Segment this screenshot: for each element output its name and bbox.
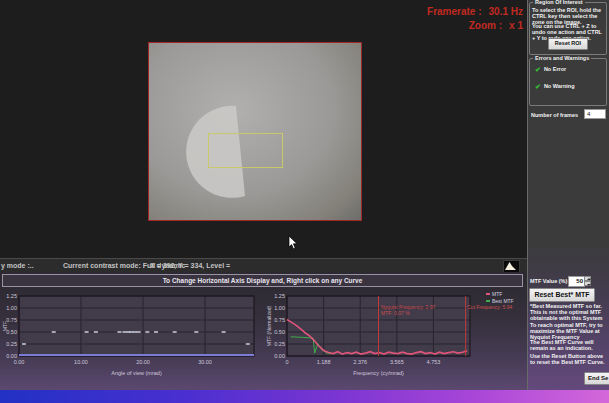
fov-mtf-chart[interactable]: 0.000.250.500.751.001.250.0010.0020.0030… bbox=[0, 285, 264, 390]
mtf-value-label: MTF Value (%) bbox=[530, 278, 567, 284]
no-error-label: No Error bbox=[544, 66, 566, 72]
app-window: Framerate :30.1 Hz Zoom :x 1 y mode :.. … bbox=[0, 0, 609, 403]
mtf-value-stepper[interactable] bbox=[584, 276, 591, 287]
best-mtf-note-1: *Best Measured MTF so far. This is not t… bbox=[530, 303, 608, 321]
camera-readout: Framerate :30.1 Hz Zoom :x 1 bbox=[320, 5, 523, 33]
stepper-down-icon[interactable] bbox=[584, 281, 591, 286]
roi-group: Region Of Interest To select the ROI, ho… bbox=[529, 2, 607, 55]
svg-text:1.00: 1.00 bbox=[274, 305, 285, 311]
cursor-coords-text: X = 392, Y = 334, Level = bbox=[150, 262, 230, 269]
mouse-cursor bbox=[288, 235, 299, 251]
check-icon: ✔ bbox=[535, 83, 541, 90]
no-warning-row: ✔No Warning bbox=[535, 83, 575, 91]
zoom-readout: Zoom :x 1 bbox=[320, 19, 523, 33]
status-bar: y mode :.. Current contrast mode: Full d… bbox=[0, 258, 527, 273]
number-of-frames-input[interactable] bbox=[584, 109, 606, 119]
svg-text:0.00: 0.00 bbox=[274, 353, 285, 359]
svg-text:MTF: MTF bbox=[492, 291, 502, 297]
svg-text:0.25: 0.25 bbox=[6, 341, 17, 347]
errors-warnings-group: Errors and Warnings ✔No Error ✔No Warnin… bbox=[529, 58, 607, 106]
half-disc-target bbox=[149, 43, 361, 220]
best-mtf-note-4: Use the Reset Button above to reset the … bbox=[530, 353, 608, 365]
svg-text:0.00: 0.00 bbox=[14, 359, 25, 365]
zoom-value: x 1 bbox=[509, 19, 523, 33]
framerate-readout: Framerate :30.1 Hz bbox=[320, 5, 523, 19]
svg-text:1.25: 1.25 bbox=[6, 293, 17, 299]
svg-text:1.188: 1.188 bbox=[317, 359, 331, 365]
svg-text:10.00: 10.00 bbox=[74, 359, 88, 365]
svg-text:2.376: 2.376 bbox=[353, 359, 367, 365]
check-icon: ✔ bbox=[535, 66, 541, 73]
display-mode-text: y mode :.. bbox=[1, 262, 34, 269]
svg-text:3.565: 3.565 bbox=[390, 359, 404, 365]
control-panel: Region Of Interest To select the ROI, ho… bbox=[527, 0, 609, 390]
svg-text:MTF: MTF bbox=[2, 321, 8, 331]
roi-group-title: Region Of Interest bbox=[533, 0, 585, 5]
svg-text:Angle of view (mrad): Angle of view (mrad) bbox=[111, 370, 162, 376]
svg-text:0: 0 bbox=[285, 359, 288, 365]
svg-text:MTF: 0.07 %: MTF: 0.07 % bbox=[381, 310, 410, 316]
reset-best-mtf-button[interactable]: Reset Best* MTF bbox=[529, 288, 595, 302]
svg-text:4.753: 4.753 bbox=[427, 359, 441, 365]
svg-text:Cut Frequency: 5.94: Cut Frequency: 5.94 bbox=[467, 304, 513, 310]
best-mtf-note-2: To reach optimal MTF, try to maximize th… bbox=[530, 322, 608, 340]
frequency-mtf-chart[interactable]: 0.000.250.500.751.001.2501.1882.3763.565… bbox=[264, 285, 527, 390]
svg-text:Frequency (cy/mrad): Frequency (cy/mrad) bbox=[353, 370, 404, 376]
taskbar-gradient bbox=[0, 390, 609, 403]
camera-image[interactable] bbox=[148, 42, 362, 221]
svg-text:30.00: 30.00 bbox=[198, 359, 212, 365]
no-warning-label: No Warning bbox=[544, 83, 575, 89]
mtf-value-input[interactable]: 50 bbox=[568, 276, 585, 287]
svg-text:Best MTF: Best MTF bbox=[492, 298, 514, 304]
svg-text:MTF (Normalized): MTF (Normalized) bbox=[266, 306, 272, 347]
number-of-frames-label: Number of frames bbox=[531, 112, 578, 118]
svg-text:1.25: 1.25 bbox=[274, 293, 285, 299]
charts-section: To Change Horizontal Axis Display and, R… bbox=[0, 272, 527, 390]
framerate-value: 30.1 Hz bbox=[489, 5, 523, 19]
reset-roi-button[interactable]: Reset ROI bbox=[548, 38, 588, 50]
svg-text:0.50: 0.50 bbox=[274, 329, 285, 335]
svg-text:0.25: 0.25 bbox=[274, 341, 285, 347]
no-error-row: ✔No Error bbox=[535, 66, 566, 74]
end-session-button[interactable]: End Se bbox=[584, 372, 609, 385]
best-mtf-note-3: The Best MTF Curve will remain as an ind… bbox=[530, 339, 608, 351]
svg-text:20.00: 20.00 bbox=[136, 359, 150, 365]
errors-group-title: Errors and Warnings bbox=[533, 55, 591, 61]
svg-text:0.75: 0.75 bbox=[274, 317, 285, 323]
svg-text:1.00: 1.00 bbox=[6, 305, 17, 311]
roi-rectangle[interactable] bbox=[208, 133, 283, 168]
